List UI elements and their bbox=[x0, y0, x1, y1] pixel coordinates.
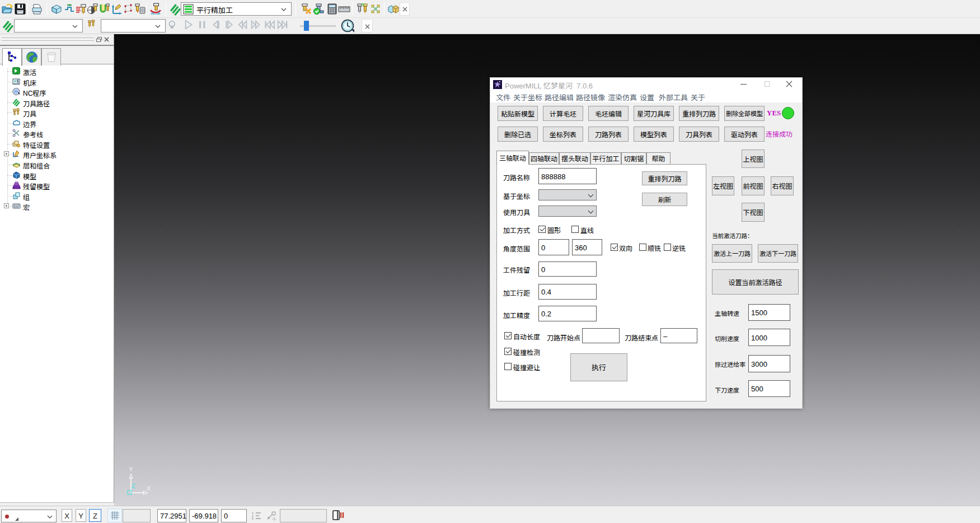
svg-text:z: z bbox=[252, 516, 254, 521]
svg-text:Z: Z bbox=[132, 483, 135, 489]
svg-text:Y: Y bbox=[129, 466, 133, 473]
svg-text:X: X bbox=[147, 485, 151, 492]
